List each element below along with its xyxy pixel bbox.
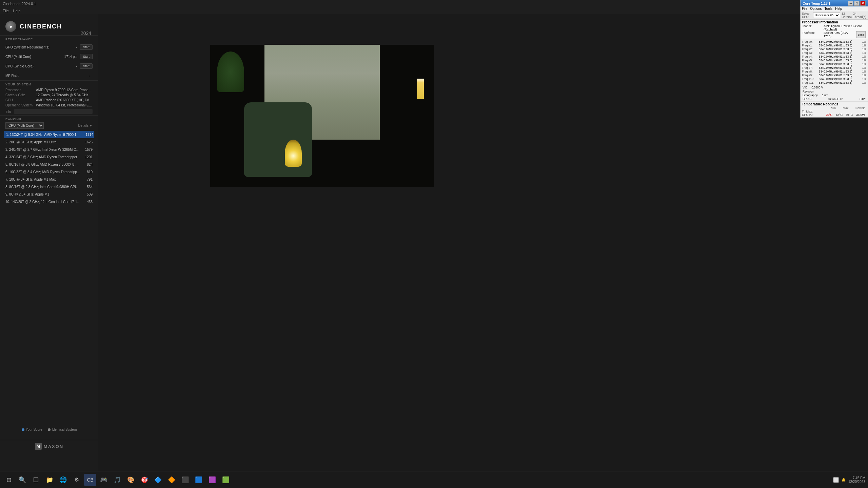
left-panel: ● CINEBENCH 2024 PERFORMANCE GPU (System… bbox=[0, 14, 98, 471]
ct-freq-3-label: Freq #3: bbox=[802, 51, 819, 55]
ct-rev-key: Revision: bbox=[803, 90, 814, 93]
ct-freq-0-val: 5340.0MHz (99.81 x 53.5) bbox=[819, 40, 858, 43]
taskbar-settings-button[interactable]: ⚙ bbox=[71, 474, 83, 486]
taskbar-app3-button[interactable]: 🎵 bbox=[111, 474, 123, 486]
taskbar-right-area: ⬜ 🔔 7:45 PM 12/20/2023 bbox=[833, 476, 865, 484]
core-temp-titlebar: Core Temp 1.18.1 ─ □ ✕ bbox=[801, 0, 868, 6]
ct-temp-h-min: Min. bbox=[831, 106, 836, 110]
ct-freq-2-label: Freq #2: bbox=[802, 47, 819, 51]
maxon-logo-icon: M bbox=[35, 443, 42, 450]
gpu-score: - bbox=[60, 45, 77, 49]
room-lamp bbox=[285, 140, 302, 167]
ct-cpu0-pwr: 36.6W bbox=[856, 113, 866, 117]
perf-row-gpu: GPU (System Requirements) - Start bbox=[0, 42, 98, 52]
taskbar-app11-button[interactable]: 🟩 bbox=[220, 474, 232, 486]
ct-cpu0-label: CPU #0: bbox=[802, 113, 826, 117]
taskbar-app8-button[interactable]: ⬛ bbox=[179, 474, 191, 486]
rank-row-5[interactable]: 5. 8C/16T @ 3.8 GHz; AMD Ryzen 7 5800X 8… bbox=[5, 161, 93, 168]
ct-litho-row: Lithography: 5 nm bbox=[801, 94, 868, 97]
taskbar-start-button[interactable]: ⊞ bbox=[3, 474, 15, 486]
ct-menu-help[interactable]: Help bbox=[835, 7, 842, 11]
taskbar-browser-button[interactable]: 🌐 bbox=[57, 474, 69, 486]
rank-row-8[interactable]: 8. 8C/16T @ 2.3 GHz; Intel Core i9-9880H… bbox=[5, 183, 93, 190]
taskbar-file-explorer-button[interactable]: 📁 bbox=[43, 474, 56, 486]
rank-label-7: 7. 10C @ 3+ GHz; Apple M1 Max bbox=[5, 178, 81, 181]
ct-load-button[interactable]: Load bbox=[856, 31, 866, 38]
ct-vid-val: 0.3500 V bbox=[812, 86, 823, 89]
ct-cpuid-key: CPUID: bbox=[803, 97, 812, 101]
ct-close-button[interactable]: ✕ bbox=[860, 1, 866, 6]
ranking-section: RANKING CPU (Multi Core) CPU (Single Cor… bbox=[0, 115, 98, 207]
rank-label-5: 5. 8C/16T @ 3.8 GHz; AMD Ryzen 7 5800X 8… bbox=[5, 163, 81, 166]
core-temp-title: Core Temp 1.18.1 bbox=[803, 2, 847, 5]
info-label: Info bbox=[5, 110, 11, 114]
ranking-select[interactable]: CPU (Multi Core) CPU (Single Core) GPU bbox=[5, 122, 44, 129]
ct-menu-file[interactable]: File bbox=[802, 7, 807, 11]
info-bar bbox=[14, 109, 93, 114]
taskbar-cinebench-button[interactable]: CB bbox=[84, 474, 96, 486]
app-year: 2024 bbox=[81, 30, 91, 36]
ct-cpuid-val: 0x A60F 12 bbox=[828, 97, 843, 101]
rank-score-6: 810 bbox=[81, 170, 93, 174]
cpu-multi-start-button[interactable]: Start bbox=[80, 54, 93, 59]
ct-freq-7-val: 5340.0MHz (99.81 x 53.5) bbox=[819, 66, 858, 69]
core-temp-toolbar: Select CPU: Processor #0 12 Core(s) 24 T… bbox=[801, 11, 868, 20]
ct-freq-0-pct: 1% bbox=[858, 40, 866, 43]
ct-cpu0-max: 94°C bbox=[846, 113, 856, 117]
ct-menu-tools[interactable]: Tools bbox=[825, 7, 832, 11]
rank-row-6[interactable]: 6. 16C/32T @ 3.4 GHz; AMD Ryzen Threadri… bbox=[5, 168, 93, 176]
processor-key: Processor bbox=[5, 88, 36, 92]
rank-row-10[interactable]: 10. 14C/20T @ 2 GHz; 12th Gen Intel Core… bbox=[5, 198, 93, 205]
taskbar-app2-button[interactable]: 🎮 bbox=[98, 474, 110, 486]
ct-freq-10-val: 5340.0MHz (99.81 x 53.5) bbox=[819, 77, 858, 81]
rank-row-9[interactable]: 9. 8C @ 2.5+ GHz; Apple M1 509 bbox=[5, 190, 93, 198]
taskbar-task-view-button[interactable]: ❑ bbox=[30, 474, 42, 486]
ct-freq-1-label: Freq #1: bbox=[802, 44, 819, 47]
maxon-label: MAXON bbox=[44, 444, 63, 449]
ct-temp-h-max: Max. bbox=[843, 106, 849, 110]
ct-rev-row: Revision: bbox=[801, 90, 868, 94]
clock-date: 12/20/2023 bbox=[848, 480, 865, 484]
ct-minimize-button[interactable]: ─ bbox=[848, 1, 853, 6]
ct-freq-row-4: Freq #4: 5340.0MHz (99.81 x 53.5) 1% bbox=[802, 55, 866, 58]
taskbar-app9-button[interactable]: 🟦 bbox=[193, 474, 205, 486]
gpu-start-button[interactable]: Start bbox=[80, 44, 93, 50]
gpu-sys-key: GPU bbox=[5, 98, 36, 102]
ct-maximize-button[interactable]: □ bbox=[854, 1, 860, 6]
taskbar-search-button[interactable]: 🔍 bbox=[16, 474, 28, 486]
os-val: Windows 10, 64 Bit, Professional Edition… bbox=[36, 103, 93, 107]
ct-freq-row-9: Freq #9: 5340.0MHz (99.81 x 53.5) 1% bbox=[802, 73, 866, 77]
ct-freq-2-pct: 1% bbox=[858, 47, 866, 51]
taskbar-app10-button[interactable]: 🟪 bbox=[206, 474, 218, 486]
taskbar-show-desktop-icon[interactable]: ⬜ bbox=[833, 477, 839, 483]
rank-label-10: 10. 14C/20T @ 2 GHz; 12th Gen Intel Core… bbox=[5, 200, 81, 204]
ct-tdp-key: TDP: bbox=[859, 97, 866, 101]
taskbar-notification-icon[interactable]: 🔔 bbox=[842, 478, 846, 482]
taskbar-app5-button[interactable]: 🎯 bbox=[138, 474, 151, 486]
ct-cpuid-row: CPUID: 0x A60F 12 TDP: bbox=[801, 97, 868, 101]
rank-row-1[interactable]: 1. 13C/24T @ 5.34 GHz; AMD Ryzen 9 7900 … bbox=[4, 131, 94, 138]
cpu-single-start-button[interactable]: Start bbox=[80, 63, 93, 69]
rank-row-4[interactable]: 4. 32C/64T @ 3 GHz; AMD Ryzen Threadripp… bbox=[5, 153, 93, 161]
rank-row-3[interactable]: 3. 24C/48T @ 2.7 GHz; Intel Xeon W-3265M… bbox=[5, 146, 93, 153]
details-button[interactable]: Details ▼ bbox=[78, 124, 93, 127]
menu-bar: File Help bbox=[0, 7, 868, 14]
taskbar-app7-button[interactable]: 🔶 bbox=[165, 474, 178, 486]
ct-temp-row-tjmax: Tj. Max: bbox=[802, 110, 866, 113]
menu-file[interactable]: File bbox=[3, 9, 9, 13]
rank-row-2[interactable]: 2. 20C @ 3+ GHz; Apple M1 Ultra 1625 bbox=[5, 138, 93, 146]
sys-row-os: Operating System Windows 10, 64 Bit, Pro… bbox=[0, 103, 98, 108]
info-row: Info bbox=[0, 108, 98, 115]
taskbar-app4-button[interactable]: 🎨 bbox=[125, 474, 137, 486]
taskbar-app6-button[interactable]: 🔷 bbox=[152, 474, 164, 486]
ct-cpu-select[interactable]: Processor #0 bbox=[813, 13, 840, 18]
legend-your-score: Your Score bbox=[22, 428, 42, 431]
rank-row-7[interactable]: 7. 10C @ 3+ GHz; Apple M1 Max 791 bbox=[5, 176, 93, 183]
menu-help[interactable]: Help bbox=[13, 9, 21, 13]
rank-label-9: 9. 8C @ 2.5+ GHz; Apple M1 bbox=[5, 192, 81, 196]
sys-row-gpu: GPU AMD Radeon RX 6800 XT (HIP, Driver V… bbox=[0, 98, 98, 103]
rank-label-1: 1. 13C/24T @ 5.34 GHz; AMD Ryzen 9 7900 … bbox=[6, 133, 81, 137]
ct-menu-options[interactable]: Options bbox=[810, 7, 822, 11]
ct-model-key: Model: bbox=[803, 24, 824, 31]
taskbar-time[interactable]: 7:45 PM 12/20/2023 bbox=[848, 476, 865, 484]
